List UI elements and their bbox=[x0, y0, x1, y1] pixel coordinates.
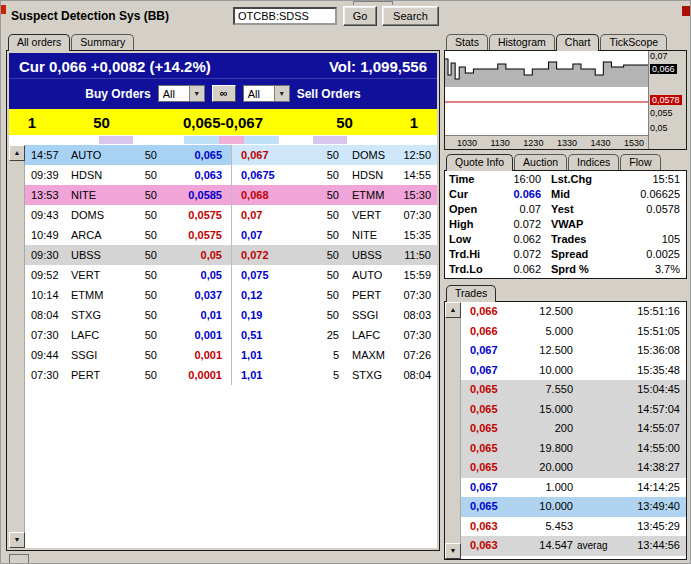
trade-time: 13:45:29 bbox=[619, 517, 686, 537]
go-button[interactable]: Go bbox=[343, 6, 377, 26]
trade-row[interactable]: 0,06515.00014:57:04 bbox=[461, 400, 686, 420]
trade-time: 15:51:16 bbox=[619, 302, 686, 322]
trade-price: 0,065 bbox=[461, 458, 511, 478]
bid-price: 0,063 bbox=[167, 165, 231, 185]
bid-price: 0,037 bbox=[167, 285, 231, 305]
link-orders-button[interactable]: ∞ bbox=[212, 85, 236, 102]
trade-row[interactable]: 0,06612.50015:51:16 bbox=[461, 302, 686, 322]
bid-half: 09:52VERT500,05 bbox=[25, 265, 231, 285]
ask-size: 5 bbox=[289, 365, 339, 385]
trade-row[interactable]: 0,0635.45313:45:29 bbox=[461, 517, 686, 537]
quote-label: Cur bbox=[445, 187, 491, 202]
tab-quote-info[interactable]: Quote Info bbox=[446, 154, 513, 171]
tab-flow[interactable]: Flow bbox=[620, 154, 660, 170]
ask-market-maker: LAFC bbox=[339, 325, 391, 345]
trade-row[interactable]: 0,06314.547averag13:44:56 bbox=[461, 536, 686, 556]
trade-note bbox=[573, 458, 619, 478]
order-row[interactable]: 08:04STXG500,010,1950SSGI08:03 bbox=[25, 305, 437, 325]
bid-market-maker: UBSS bbox=[71, 245, 123, 265]
ask-time: 12:50 bbox=[391, 145, 437, 165]
bid-price: 0,0575 bbox=[167, 205, 231, 225]
scroll-down-button[interactable]: ▼ bbox=[445, 543, 461, 559]
tab-stats[interactable]: Stats bbox=[446, 34, 488, 50]
tab-trades[interactable]: Trades bbox=[446, 285, 496, 302]
volume-text: Vol: 1,099,556 bbox=[329, 58, 427, 75]
quote-info-panel: Time16:00Lst.Chg15:51Cur0.066Mid0.06625O… bbox=[444, 170, 687, 279]
trade-row[interactable]: 0,06520014:55:07 bbox=[461, 419, 686, 439]
app-window: Suspect Detection Sys (BB) Go Search All… bbox=[0, 0, 691, 564]
order-book-scrollbar[interactable]: ▲ ▼ bbox=[9, 145, 25, 548]
trades-scrollbar[interactable]: ▲ ▼ bbox=[445, 302, 461, 559]
depth-segment bbox=[313, 136, 347, 144]
tab-histogram[interactable]: Histogram bbox=[489, 34, 555, 50]
quote-info-row: Open0.07Yest0.0578 bbox=[445, 202, 686, 217]
trade-size: 1.000 bbox=[511, 478, 573, 498]
bid-market-maker: SSGI bbox=[71, 345, 123, 365]
trade-row[interactable]: 0,0671.00014:14:25 bbox=[461, 478, 686, 498]
order-book-section: All ordersSummary Cur 0,066 +0,0082 (+14… bbox=[6, 34, 440, 552]
tab-all-orders[interactable]: All orders bbox=[8, 34, 70, 51]
trade-time: 14:38:27 bbox=[619, 458, 686, 478]
quote-label: Low bbox=[445, 232, 491, 247]
bid-time: 07:30 bbox=[25, 325, 71, 345]
sell-filter-dropdown[interactable]: All ▼ bbox=[243, 85, 290, 102]
buy-filter-dropdown[interactable]: All ▼ bbox=[158, 85, 205, 102]
quote-label: Time bbox=[445, 172, 491, 187]
order-row[interactable]: 09:43DOMS500,05750,0750VERT07:30 bbox=[25, 205, 437, 225]
ask-price: 0,072 bbox=[232, 245, 289, 265]
trade-row[interactable]: 0,06519.80014:55:00 bbox=[461, 439, 686, 459]
trade-row[interactable]: 0,0665.00015:51:05 bbox=[461, 322, 686, 342]
trade-size: 5.453 bbox=[511, 517, 573, 537]
ask-time: 15:59 bbox=[391, 265, 437, 285]
ask-price: 1,01 bbox=[232, 365, 289, 385]
ask-size: 25 bbox=[289, 325, 339, 345]
order-row[interactable]: 07:30LAFC500,0010,5125LAFC07:30 bbox=[25, 325, 437, 345]
ask-time: 07:30 bbox=[391, 205, 437, 225]
trade-note bbox=[573, 380, 619, 400]
ask-market-maker: VERT bbox=[339, 205, 391, 225]
tab-tickscope[interactable]: TickScope bbox=[600, 34, 667, 50]
ask-half: 0,06850ETMM15:30 bbox=[231, 185, 437, 205]
symbol-input[interactable] bbox=[233, 7, 337, 25]
quote-info-row: Trd.Lo0.062Sprd %3.7% bbox=[445, 262, 686, 277]
order-row[interactable]: 07:30PERT500,00011,015STXG08:04 bbox=[25, 365, 437, 385]
ask-half: 0,067550HDSN14:55 bbox=[231, 165, 437, 185]
order-row[interactable]: 10:14ETMM500,0370,1250PERT07:30 bbox=[25, 285, 437, 305]
chart-y-axis: 0,070,0660,05780,0550,05 bbox=[648, 51, 686, 149]
y-axis-label: 0,0578 bbox=[650, 95, 682, 105]
quote-info-row: Trd.Hi0.072Spread0.0025 bbox=[445, 247, 686, 262]
order-row[interactable]: 09:44SSGI500,0011,015MAXM07:26 bbox=[25, 345, 437, 365]
order-row[interactable]: 10:49ARCA500,05750,0750NITE15:35 bbox=[25, 225, 437, 245]
trade-row[interactable]: 0,06520.00014:38:27 bbox=[461, 458, 686, 478]
x-axis-label: 1330 bbox=[557, 138, 577, 149]
tab-indices[interactable]: Indices bbox=[568, 154, 619, 170]
search-button[interactable]: Search bbox=[382, 6, 439, 26]
quote-label: Yest bbox=[547, 202, 607, 217]
order-row[interactable]: 09:30UBSS500,050,07250UBSS11:50 bbox=[25, 245, 437, 265]
tab-chart[interactable]: Chart bbox=[556, 34, 600, 51]
order-row[interactable]: 13:53NITE500,05850,06850ETMM15:30 bbox=[25, 185, 437, 205]
trade-row[interactable]: 0,0657.55015:04:45 bbox=[461, 380, 686, 400]
order-row[interactable]: 14:57AUTO500,0650,06750DOMS12:50 bbox=[25, 145, 437, 165]
scroll-up-button[interactable]: ▲ bbox=[445, 302, 461, 318]
window-decoration-right bbox=[682, 6, 690, 16]
bid-price: 0,01 bbox=[167, 305, 231, 325]
ask-time: 11:50 bbox=[391, 245, 437, 265]
trade-size: 10.000 bbox=[511, 497, 573, 517]
order-row[interactable]: 09:52VERT500,050,07550AUTO15:59 bbox=[25, 265, 437, 285]
ask-size: 50 bbox=[289, 225, 339, 245]
trade-row[interactable]: 0,06710.00015:35:48 bbox=[461, 361, 686, 381]
quote-label: VWAP bbox=[547, 217, 607, 232]
order-row[interactable]: 09:39HDSN500,0630,067550HDSN14:55 bbox=[25, 165, 437, 185]
ask-price: 0,51 bbox=[232, 325, 289, 345]
tab-auction[interactable]: Auction bbox=[514, 154, 567, 170]
tab-summary[interactable]: Summary bbox=[71, 34, 134, 50]
scroll-up-button[interactable]: ▲ bbox=[9, 145, 25, 161]
bid-price: 0,0001 bbox=[167, 365, 231, 385]
trade-row[interactable]: 0,06712.50015:36:08 bbox=[461, 341, 686, 361]
order-book-panel: Cur 0,066 +0,0082 (+14.2%) Vol: 1,099,55… bbox=[6, 50, 440, 551]
scroll-down-button[interactable]: ▼ bbox=[9, 532, 25, 548]
bid-price: 0,001 bbox=[167, 325, 231, 345]
trade-row[interactable]: 0,06510.00013:49:40 bbox=[461, 497, 686, 517]
trade-time: 15:51:05 bbox=[619, 322, 686, 342]
